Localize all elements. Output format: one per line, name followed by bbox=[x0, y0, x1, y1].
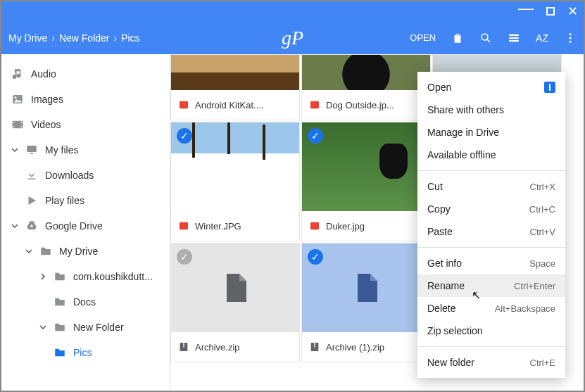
context-menu-rename[interactable]: RenameCtrl+Enter bbox=[417, 274, 565, 297]
context-menu-offline[interactable]: Available offline bbox=[417, 144, 565, 166]
file-name: Winter.JPG bbox=[195, 221, 241, 232]
context-menu-delete[interactable]: DeleteAlt+Backspace bbox=[417, 297, 565, 320]
breadcrumb-item[interactable]: Pics bbox=[121, 32, 139, 44]
file-tile[interactable]: Android KitKat.... bbox=[170, 54, 300, 120]
context-menu-newfolder[interactable]: New folderCtrl+E bbox=[417, 351, 565, 374]
breadcrumb[interactable]: My Drive › New Folder › Pics bbox=[8, 32, 140, 44]
context-menu-shortcut: Ctrl+Enter bbox=[514, 281, 555, 291]
chevron-down-icon bbox=[11, 146, 18, 153]
image-icon bbox=[11, 93, 24, 106]
sidebar-item-label: Pics bbox=[73, 347, 92, 358]
document-icon bbox=[218, 268, 252, 308]
context-menu-share[interactable]: Share with others bbox=[417, 99, 565, 121]
chevron-down-icon bbox=[39, 324, 46, 331]
maximize-button[interactable] bbox=[546, 7, 555, 15]
play-icon bbox=[25, 194, 38, 207]
svg-rect-15 bbox=[310, 222, 319, 230]
zip-file-icon bbox=[309, 341, 320, 353]
chevron-down-icon bbox=[25, 248, 32, 255]
sidebar-item-downloads[interactable]: Downloads bbox=[1, 163, 170, 188]
selection-check-icon[interactable]: ✓ bbox=[308, 249, 323, 265]
svg-point-1 bbox=[570, 33, 572, 35]
file-thumbnail bbox=[302, 55, 430, 90]
svg-rect-9 bbox=[21, 122, 23, 123]
folder-icon bbox=[39, 245, 52, 258]
chevron-right-icon bbox=[39, 273, 46, 280]
selection-check-icon[interactable]: ✓ bbox=[177, 249, 192, 265]
file-thumbnail: ✓ bbox=[171, 122, 299, 211]
sidebar-item-label: Docs bbox=[73, 296, 96, 308]
sort-button[interactable]: AZ bbox=[536, 32, 548, 44]
sidebar-item-gdrive[interactable]: Google Drive bbox=[1, 213, 170, 239]
sidebar-item-label: My Drive bbox=[59, 246, 98, 257]
sidebar-item-label: Play files bbox=[45, 195, 84, 206]
svg-rect-13 bbox=[310, 101, 319, 109]
sidebar-item-videos[interactable]: Videos bbox=[1, 112, 170, 137]
context-menu-shortcut: Space bbox=[529, 258, 555, 269]
context-menu-label: Get info bbox=[427, 258, 462, 269]
image-file-icon bbox=[178, 220, 189, 232]
drive-icon bbox=[25, 220, 38, 232]
context-menu-label: Zip selection bbox=[427, 325, 483, 336]
open-button[interactable]: OPEN bbox=[410, 32, 436, 43]
video-icon bbox=[11, 118, 24, 131]
close-button[interactable]: ✕ bbox=[567, 4, 578, 19]
context-menu-open[interactable]: Open bbox=[417, 76, 565, 99]
context-menu-label: Delete bbox=[427, 303, 455, 314]
context-menu-copy[interactable]: CopyCtrl+C bbox=[417, 198, 565, 220]
svg-rect-12 bbox=[180, 101, 188, 109]
breadcrumb-item[interactable]: My Drive bbox=[8, 32, 47, 44]
sidebar-item-playfiles[interactable]: Play files bbox=[1, 188, 170, 213]
file-thumbnail: ✓ bbox=[171, 244, 299, 332]
sidebar-item-audio[interactable]: Audio bbox=[1, 61, 170, 87]
file-tile[interactable]: ✓ Winter.JPG bbox=[170, 122, 300, 241]
context-menu-zip[interactable]: Zip selection bbox=[417, 320, 565, 342]
sidebar-item-label: Google Drive bbox=[45, 220, 103, 232]
sidebar-item-myfiles[interactable]: My files bbox=[1, 137, 170, 163]
sidebar-item-label: New Folder bbox=[73, 322, 124, 333]
sidebar-item-folder[interactable]: com.koushikdutt... bbox=[1, 264, 170, 289]
chevron-right-icon: › bbox=[51, 32, 55, 44]
sidebar-item-folder[interactable]: New Folder bbox=[1, 315, 170, 340]
file-name: Dog Outside.jp... bbox=[326, 100, 394, 110]
music-icon bbox=[11, 68, 24, 80]
zip-badge-icon bbox=[544, 82, 555, 93]
context-menu-getinfo[interactable]: Get infoSpace bbox=[417, 252, 565, 274]
sidebar-item-images[interactable]: Images bbox=[1, 87, 170, 112]
file-tile[interactable]: Dog Outside.jp... bbox=[301, 54, 431, 120]
sidebar-item-folder[interactable]: Docs bbox=[1, 289, 170, 315]
selection-check-icon[interactable]: ✓ bbox=[308, 128, 323, 144]
chevron-down-icon bbox=[11, 222, 18, 229]
context-menu-cut[interactable]: CutCtrl+X bbox=[417, 175, 565, 198]
folder-icon bbox=[54, 321, 66, 334]
file-name: Archive (1).zip bbox=[326, 342, 384, 353]
minimize-button[interactable]: — bbox=[518, 5, 534, 18]
more-icon[interactable] bbox=[564, 32, 577, 44]
folder-icon bbox=[54, 270, 66, 283]
context-menu-shortcut: Ctrl+V bbox=[530, 227, 555, 237]
svg-rect-17 bbox=[183, 343, 184, 348]
svg-rect-14 bbox=[180, 222, 188, 230]
file-tile[interactable]: ✓ Archive (1).zip bbox=[301, 243, 431, 362]
breadcrumb-item[interactable]: New Folder bbox=[59, 32, 110, 44]
context-menu-shortcut: Ctrl+X bbox=[530, 182, 555, 192]
svg-rect-7 bbox=[13, 122, 15, 123]
sidebar-item-pics[interactable]: Pics bbox=[1, 340, 170, 365]
context-menu-paste[interactable]: PasteCtrl+V bbox=[417, 220, 565, 243]
selection-check-icon[interactable]: ✓ bbox=[177, 128, 192, 144]
context-menu-label: Open bbox=[427, 82, 451, 93]
sidebar-item-mydrive[interactable]: My Drive bbox=[1, 239, 170, 264]
file-name: Archive.zip bbox=[195, 342, 240, 353]
context-menu-label: Rename bbox=[427, 280, 465, 291]
file-tile[interactable]: ✓ Archive.zip bbox=[170, 243, 300, 362]
search-icon[interactable] bbox=[479, 32, 492, 44]
sidebar-item-label: Videos bbox=[31, 119, 61, 130]
sidebar-item-label: Downloads bbox=[45, 170, 94, 181]
file-tile[interactable]: ✓ Duker.jpg bbox=[301, 122, 431, 241]
context-menu-manage[interactable]: Manage in Drive bbox=[417, 121, 565, 144]
zip-file-icon bbox=[178, 341, 189, 353]
sidebar-item-label: Images bbox=[31, 94, 63, 105]
svg-rect-10 bbox=[21, 126, 23, 127]
view-toggle-icon[interactable] bbox=[508, 32, 520, 44]
delete-icon[interactable] bbox=[451, 32, 464, 44]
